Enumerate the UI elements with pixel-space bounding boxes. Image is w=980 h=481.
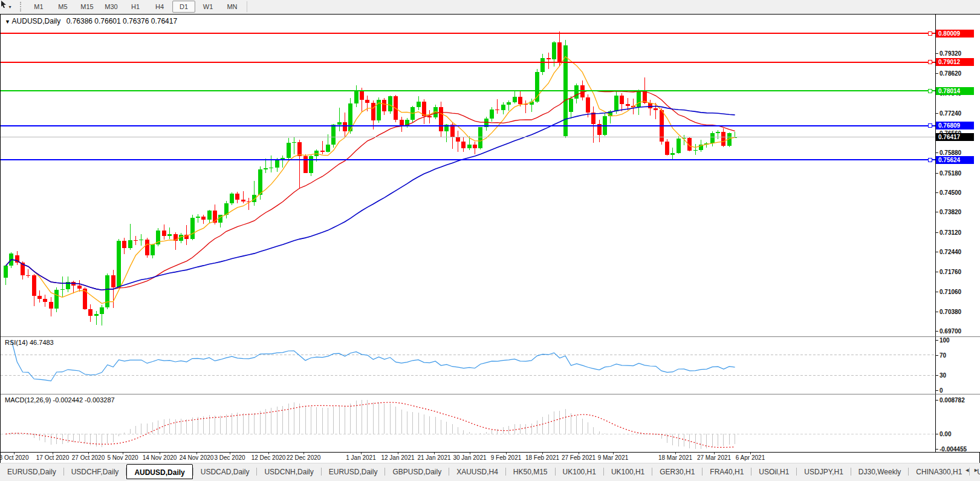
rsi-pane[interactable]: RSI(14) 46.7483: [1, 337, 935, 394]
rsi-tick-mark: [936, 340, 938, 341]
macd-indicator-label: MACD(12,26,9) -0.002442 -0.003287: [5, 396, 115, 404]
price-level-badge: 0.76417: [936, 133, 974, 141]
price-level-badge: 0.76809: [936, 122, 974, 129]
application-window: ▾ M1M5M15M30H1H4D1W1MN ▼ AUDUSD,Daily 0.…: [0, 0, 980, 481]
chart-tab-ger30-h1[interactable]: GER30,H1: [652, 465, 702, 478]
rsi-tick-mark: [936, 355, 938, 356]
date-tick-label: 6 Apr 2021: [736, 454, 765, 461]
date-tick-label: 27 Feb 2021: [562, 454, 595, 461]
date-tick-label: 21 Jan 2021: [417, 454, 450, 461]
date-tick-label: 14 Nov 2020: [143, 454, 177, 461]
price-tick-mark: [936, 152, 938, 153]
timeframe-button-h4[interactable]: H4: [148, 1, 171, 13]
date-tick-label: 5 Nov 2020: [107, 454, 138, 461]
chart-tab-uk100-h1[interactable]: UK100,H1: [556, 465, 603, 478]
price-tick-label: 0.73820: [939, 209, 961, 215]
rsi-tick-label: 30: [939, 372, 946, 379]
timeframe-button-m1[interactable]: M1: [27, 1, 50, 13]
timeframe-button-w1[interactable]: W1: [196, 1, 219, 13]
chart-tab-xauusd-h4[interactable]: XAUUSD,H4: [449, 465, 505, 478]
tab-scroll-left-icon[interactable]: ◄: [964, 467, 970, 473]
price-tick-label: 0.70380: [939, 309, 961, 315]
chart-title: ▼ AUDUSD,Daily 0.76386 0.76601 0.76376 0…: [5, 17, 177, 25]
date-tick-label: 18 Mar 2021: [658, 454, 692, 461]
rsi-axis[interactable]: 10070300: [935, 337, 980, 394]
price-tick-mark: [936, 232, 938, 233]
price-tick-label: 0.72440: [939, 249, 961, 255]
macd-tick-mark: [936, 400, 938, 401]
chart-tab-usdjpy-h1[interactable]: USDJPY,H1: [797, 465, 850, 478]
timeframe-button-d1[interactable]: D1: [172, 1, 195, 13]
date-tick-label: 9 Mar 2021: [598, 454, 629, 461]
price-level-badge: 0.79012: [936, 58, 974, 66]
chart-tab-uk100-h1[interactable]: UK100,H1: [604, 465, 652, 478]
date-tick-label: 3 Dec 2020: [214, 454, 245, 461]
rsi-tick-mark: [936, 390, 938, 391]
chart-tab-bar: EURUSD,DailyUSDCHF,DailyAUDUSD,DailyUSDC…: [0, 463, 980, 481]
date-tick-label: 9 Feb 2021: [491, 454, 522, 461]
cursor-icon: [0, 0, 8, 8]
macd-tick-label: -0.004455: [939, 446, 967, 453]
chart-symbol-label: AUDUSD,Daily: [12, 17, 61, 25]
timeframe-button-m30[interactable]: M30: [100, 1, 123, 13]
price-level-badge: 0.78014: [936, 87, 974, 95]
chart-tab-eurusd-daily[interactable]: EURUSD,Daily: [0, 465, 63, 478]
tab-scroll-right-icon[interactable]: ►: [973, 467, 979, 473]
price-tick-label: 0.71760: [939, 269, 961, 275]
price-tick-label: 0.79320: [939, 50, 961, 57]
macd-tick-label: 0.00: [939, 431, 951, 437]
price-axis[interactable]: 0.793200.786200.779400.772400.765600.758…: [935, 15, 980, 337]
macd-canvas[interactable]: [1, 394, 935, 452]
price-tick-mark: [936, 113, 938, 114]
price-tick-mark: [936, 212, 938, 212]
main-price-pane[interactable]: [1, 15, 935, 337]
chart-tab-audusd-daily[interactable]: AUDUSD,Daily: [126, 464, 192, 479]
cursor-tool-button[interactable]: ▾: [2, 1, 18, 12]
chart-tab-gbpusd-daily[interactable]: GBPUSD,Daily: [385, 465, 449, 478]
macd-pane[interactable]: MACD(12,26,9) -0.002442 -0.003287: [1, 394, 935, 453]
price-tick-label: 0.77240: [939, 110, 961, 117]
chart-tab-hk50-m15[interactable]: HK50,M15: [506, 465, 555, 478]
rsi-canvas[interactable]: [1, 337, 935, 394]
price-tick-mark: [936, 331, 938, 332]
chart-tab-usdcnh-daily[interactable]: USDCNH,Daily: [257, 465, 320, 478]
date-tick-label: 30 Jan 2021: [453, 454, 486, 461]
cursor-dropdown-caret-icon[interactable]: ▾: [8, 4, 11, 10]
price-level-badge: 0.80009: [936, 30, 974, 38]
main-chart-canvas[interactable]: [1, 15, 935, 336]
timeframe-button-m15[interactable]: M15: [76, 1, 99, 13]
macd-tick-label: 0.008782: [939, 397, 965, 404]
tab-scroll-controls: ◄ ►: [964, 467, 979, 473]
date-axis[interactable]: 8 Oct 202017 Oct 202027 Oct 20205 Nov 20…: [1, 453, 979, 462]
price-tick-mark: [936, 252, 938, 252]
chart-tab-usdchf-daily[interactable]: USDCHF,Daily: [64, 465, 126, 478]
chart-tab-usoil-h1[interactable]: USOil,H1: [751, 465, 796, 478]
chart-window: ▼ AUDUSD,Daily 0.76386 0.76601 0.76376 0…: [0, 14, 980, 463]
price-tick-label: 0.75180: [939, 170, 961, 177]
price-tick-mark: [936, 173, 938, 174]
toolbar-grip-handle[interactable]: [20, 2, 23, 11]
date-tick-label: 27 Oct 2020: [72, 454, 105, 461]
price-tick-label: 0.71060: [939, 289, 961, 295]
chart-tab-usdcad-daily[interactable]: USDCAD,Daily: [193, 465, 257, 478]
timeframe-button-mn[interactable]: MN: [221, 1, 244, 13]
chart-tab-eurusd-daily[interactable]: EURUSD,Daily: [322, 465, 385, 478]
chart-menu-caret-icon[interactable]: ▼: [5, 19, 10, 25]
timeframe-button-h1[interactable]: H1: [124, 1, 147, 13]
price-tick-label: 0.78620: [939, 70, 961, 77]
macd-axis[interactable]: 0.0087820.00-0.004455: [935, 394, 980, 453]
chart-tab-dj30-weekly[interactable]: DJ30,Weekly: [851, 465, 908, 478]
price-tick-label: 0.73120: [939, 229, 961, 236]
price-level-badge: 0.75624: [936, 156, 974, 164]
date-tick-label: 12 Jan 2021: [381, 454, 414, 461]
price-tick-mark: [936, 292, 938, 292]
date-tick-label: 24 Nov 2020: [180, 454, 214, 461]
timeframe-button-m5[interactable]: M5: [51, 1, 74, 13]
price-tick-mark: [936, 73, 938, 74]
price-tick-mark: [936, 53, 938, 54]
macd-tick-mark: [936, 449, 938, 450]
chart-tab-fra40-h1[interactable]: FRA40,H1: [703, 465, 751, 478]
price-tick-mark: [936, 272, 938, 272]
chart-tab-china300-h1[interactable]: CHINA300,H1: [909, 465, 969, 478]
rsi-tick-mark: [936, 375, 938, 376]
